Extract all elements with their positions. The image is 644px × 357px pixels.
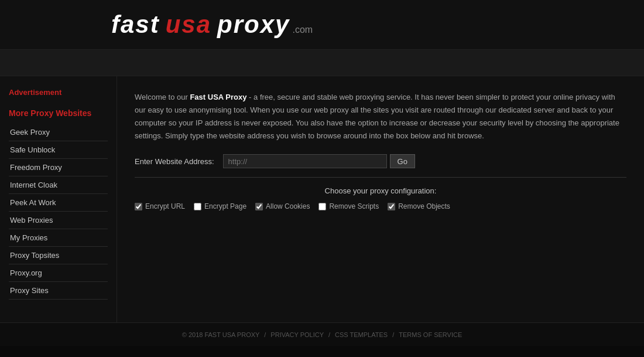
allow-cookies-checkbox[interactable] xyxy=(255,203,263,210)
sidebar-nav: Geek ProxySafe UnblockFreedom ProxyInter… xyxy=(9,124,108,300)
url-section: Enter Website Address: Go xyxy=(135,154,626,168)
encrypt-url-checkbox[interactable] xyxy=(135,203,142,210)
footer-copyright: © 2018 FAST USA PROXY xyxy=(182,331,259,338)
sidebar-nav-item: Proxy.org xyxy=(9,264,108,282)
advertisement-label: Advertisement xyxy=(9,88,108,97)
banner-area xyxy=(0,50,644,76)
remove-objects-checkbox[interactable] xyxy=(388,203,395,210)
sidebar-nav-item: Geek Proxy xyxy=(9,124,108,141)
config-option: Remove Scripts xyxy=(318,202,379,210)
sidebar: Advertisement More Proxy Websites Geek P… xyxy=(0,76,117,322)
url-label: Enter Website Address: xyxy=(135,157,214,166)
footer: © 2018 FAST USA PROXY / PRIVACY POLICY /… xyxy=(0,322,644,346)
sidebar-nav-link[interactable]: Peek At Work xyxy=(9,194,108,211)
sidebar-nav-item: Freedom Proxy xyxy=(9,159,108,176)
divider xyxy=(135,177,626,178)
content-area: Welcome to our Fast USA Proxy - a free, … xyxy=(117,76,644,322)
config-option: Encrypt URL xyxy=(135,202,185,210)
remove-objects-label[interactable]: Remove Objects xyxy=(398,202,450,210)
sidebar-nav-link[interactable]: Safe Unblock xyxy=(9,141,108,158)
sidebar-nav-item: Peek At Work xyxy=(9,194,108,212)
sidebar-nav-item: Proxy Sites xyxy=(9,282,108,300)
encrypt-page-label[interactable]: Encrypt Page xyxy=(204,202,246,210)
footer-sep3: / xyxy=(392,331,396,338)
encrypt-url-label[interactable]: Encrypt URL xyxy=(145,202,185,210)
remove-scripts-label[interactable]: Remove Scripts xyxy=(329,202,379,210)
footer-privacy-policy[interactable]: PRIVACY POLICY xyxy=(270,331,323,338)
config-title: Choose your proxy configuration: xyxy=(135,186,626,195)
sidebar-nav-item: Web Proxies xyxy=(9,212,108,229)
footer-sep2: / xyxy=(328,331,332,338)
config-option: Encrypt Page xyxy=(194,202,246,210)
footer-sep1: / xyxy=(264,331,268,338)
config-option: Allow Cookies xyxy=(255,202,310,210)
remove-scripts-checkbox[interactable] xyxy=(318,203,326,210)
sidebar-nav-item: Safe Unblock xyxy=(9,141,108,159)
sidebar-nav-link[interactable]: Web Proxies xyxy=(9,212,108,229)
logo-proxy: proxy xyxy=(217,11,290,39)
sidebar-nav-link[interactable]: Proxy Sites xyxy=(9,282,108,299)
sidebar-nav-link[interactable]: My Proxies xyxy=(9,229,108,246)
footer-css-templates[interactable]: CSS TEMPLATES xyxy=(335,331,388,338)
footer-text: © 2018 FAST USA PROXY / PRIVACY POLICY /… xyxy=(182,331,463,338)
sidebar-nav-item: My Proxies xyxy=(9,229,108,247)
encrypt-page-checkbox[interactable] xyxy=(194,203,201,210)
logo: fast usa proxy .com xyxy=(111,11,644,39)
brand-name: Fast USA Proxy xyxy=(190,93,246,101)
sidebar-nav-item: Internet Cloak xyxy=(9,176,108,194)
welcome-prefix: Welcome to our xyxy=(135,93,190,101)
sidebar-nav-link[interactable]: Internet Cloak xyxy=(9,176,108,193)
sidebar-nav-link[interactable]: Geek Proxy xyxy=(9,124,108,141)
logo-com: .com xyxy=(292,25,313,35)
config-options: Encrypt URLEncrypt PageAllow CookiesRemo… xyxy=(135,202,626,210)
welcome-text: Welcome to our Fast USA Proxy - a free, … xyxy=(135,91,626,142)
sidebar-nav-item: Proxy Topsites xyxy=(9,247,108,264)
logo-fast: fast xyxy=(111,11,160,39)
sidebar-nav-link[interactable]: Freedom Proxy xyxy=(9,159,108,176)
url-input[interactable] xyxy=(223,154,387,168)
footer-terms-of-service[interactable]: TERMS OF SERVICE xyxy=(399,331,462,338)
main-container: Advertisement More Proxy Websites Geek P… xyxy=(0,76,644,322)
sidebar-nav-link[interactable]: Proxy Topsites xyxy=(9,247,108,264)
allow-cookies-label[interactable]: Allow Cookies xyxy=(266,202,310,210)
url-input-row: Enter Website Address: Go xyxy=(135,154,626,168)
go-button[interactable]: Go xyxy=(390,154,415,168)
sidebar-nav-link[interactable]: Proxy.org xyxy=(9,264,108,281)
logo-usa: usa xyxy=(166,11,211,39)
sidebar-section-title: More Proxy Websites xyxy=(9,108,108,118)
header: fast usa proxy .com xyxy=(0,0,644,50)
config-option: Remove Objects xyxy=(388,202,450,210)
